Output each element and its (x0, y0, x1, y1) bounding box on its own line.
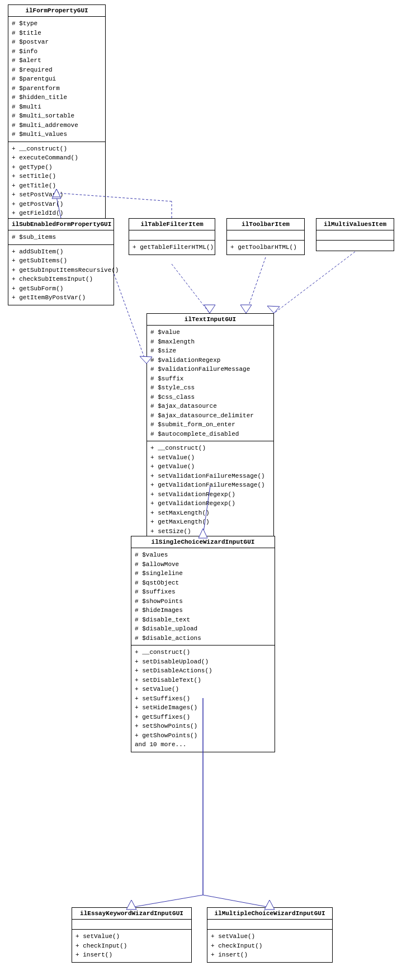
class-ilSubEnabledFormPropertyGUI: ilSubEnabledFormPropertyGUI # $sub_items… (8, 218, 114, 305)
svg-line-11 (114, 274, 146, 364)
class-empty-attr-ilMultiple (207, 920, 332, 930)
class-title-ilMultipleChoiceWizardInputGUI: ilMultipleChoiceWizardInputGUI (207, 908, 332, 920)
class-methods-ilSingleChoiceWizardInputGUI: + __construct() + setDisableUpload() + s… (131, 646, 275, 752)
class-methods-ilTextInputGUI: + __construct() + setValue() + getValue(… (147, 441, 273, 548)
diagram-container: ilFormPropertyGUI # $type # $title # $po… (0, 0, 416, 980)
class-ilMultiValuesItem: ilMultiValuesItem (316, 218, 394, 251)
class-ilTextInputGUI: ilTextInputGUI # $value # $maxlength # $… (146, 313, 274, 548)
class-title-ilTableFilterItem: ilTableFilterItem (129, 219, 215, 230)
class-ilTableFilterItem: ilTableFilterItem + getTableFilterHTML() (129, 218, 215, 255)
class-empty-attr-ilTableFilterItem (129, 230, 215, 241)
class-title-ilMultiValuesItem: ilMultiValuesItem (316, 219, 394, 230)
class-empty-attr-ilMultiValuesItem (316, 230, 394, 241)
class-empty-attr-ilEssay (72, 920, 191, 930)
svg-line-7 (246, 257, 266, 313)
svg-marker-6 (204, 305, 215, 313)
class-attributes-ilSubEnabledFormPropertyGUI: # $sub_items (8, 230, 114, 245)
class-methods-ilTableFilterItem: + getTableFilterHTML() (129, 241, 215, 255)
class-ilMultipleChoiceWizardInputGUI: ilMultipleChoiceWizardInputGUI + setValu… (207, 907, 333, 963)
class-empty-methods-ilMultiValuesItem (316, 241, 394, 251)
svg-line-9 (274, 252, 355, 313)
class-ilToolbarItem: ilToolbarItem + getToolbarHTML() (226, 218, 305, 255)
svg-line-19 (203, 895, 270, 907)
class-empty-attr-ilToolbarItem (227, 230, 304, 241)
class-title-ilSingleChoiceWizardInputGUI: ilSingleChoiceWizardInputGUI (131, 536, 275, 548)
class-title-ilToolbarItem: ilToolbarItem (227, 219, 304, 230)
svg-line-5 (172, 264, 210, 313)
class-title-ilFormPropertyGUI: ilFormPropertyGUI (8, 5, 105, 17)
class-attributes-ilFormPropertyGUI: # $type # $title # $postvar # $info # $a… (8, 17, 105, 142)
class-attributes-ilSingleChoiceWizardInputGUI: # $values # $allowMove # $singleline # $… (131, 548, 275, 646)
class-title-ilSubEnabledFormPropertyGUI: ilSubEnabledFormPropertyGUI (8, 219, 114, 230)
class-attributes-ilTextInputGUI: # $value # $maxlength # $size # $validat… (147, 326, 273, 441)
class-title-ilEssayKeywordWizardInputGUI: ilEssayKeywordWizardInputGUI (72, 908, 191, 920)
svg-line-16 (131, 895, 203, 907)
class-methods-ilToolbarItem: + getToolbarHTML() (227, 241, 304, 255)
svg-marker-10 (267, 306, 280, 313)
class-ilSingleChoiceWizardInputGUI: ilSingleChoiceWizardInputGUI # $values #… (131, 536, 275, 752)
class-methods-ilEssay: + setValue() + checkInput() + insert() (72, 930, 191, 962)
class-ilEssayKeywordWizardInputGUI: ilEssayKeywordWizardInputGUI + setValue(… (72, 907, 192, 963)
class-methods-ilMultiple: + setValue() + checkInput() + insert() (207, 930, 332, 962)
class-title-ilTextInputGUI: ilTextInputGUI (147, 314, 273, 326)
svg-marker-8 (240, 305, 252, 313)
class-methods-ilSubEnabledFormPropertyGUI: + addSubItem() + getSubItems() + getSubI… (8, 245, 114, 305)
